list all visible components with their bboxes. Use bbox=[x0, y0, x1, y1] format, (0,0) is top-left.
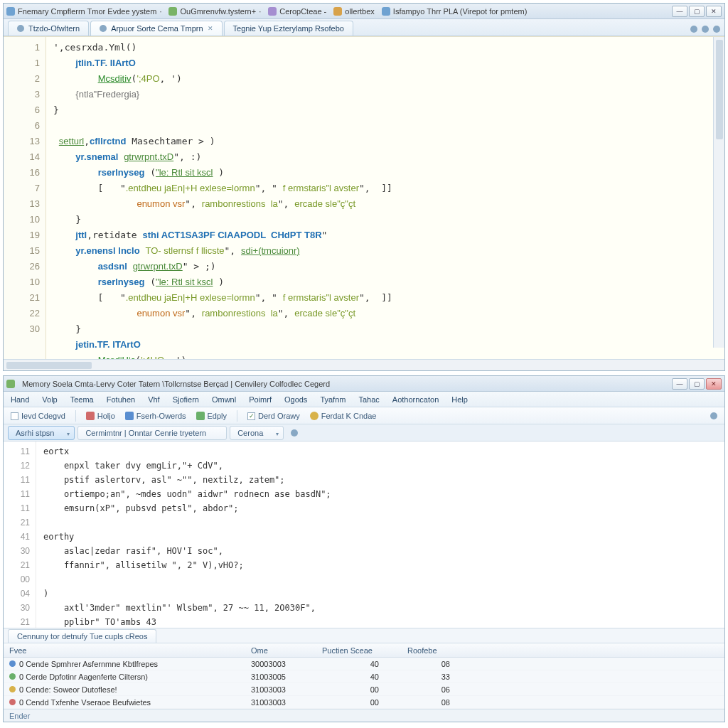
menu-sjofiern[interactable]: Sjofiern bbox=[173, 395, 199, 404]
col-roofebe[interactable]: Roofebe bbox=[407, 646, 471, 655]
title-seg-4: ollertbex bbox=[345, 7, 375, 16]
toolbar: Ievd Cdegvd Holjo Fserh-Owerds Edply Der… bbox=[4, 407, 724, 424]
menu-teema[interactable]: Teema bbox=[70, 395, 94, 404]
menu-aothorncaton[interactable]: Aothorncaton bbox=[392, 395, 439, 404]
row-name: 0 Cende: Soweor Dutoflese! bbox=[19, 685, 117, 694]
tab-file-3[interactable]: Tegnie Yup Ezterylamp Rsofebo bbox=[224, 21, 353, 36]
bottom-panel-tabs: Cennuny tor detnufy Tue cupls cReos bbox=[4, 628, 724, 643]
minimize-button[interactable]: — bbox=[672, 378, 687, 390]
tool-item-d[interactable]: Edply bbox=[196, 412, 228, 420]
maximize-button[interactable]: ▢ bbox=[689, 6, 705, 17]
module-icon bbox=[268, 7, 277, 16]
line-gutter: 111211 111121 413021 000430 212121 s20 bbox=[4, 441, 36, 628]
app-icon bbox=[6, 7, 15, 16]
toolbar-icon[interactable] bbox=[713, 26, 720, 33]
title-seg-2: OuGmrenvfw.tystern+ bbox=[180, 7, 256, 16]
menu-hand[interactable]: Hand bbox=[11, 395, 29, 404]
toolbar-overflow-icon[interactable] bbox=[710, 412, 717, 419]
code-editor-top[interactable]: 112 366 131416 71310 191526 102122 30 ',… bbox=[4, 36, 724, 359]
add-tab-icon[interactable] bbox=[291, 429, 298, 437]
toolbar-icon[interactable] bbox=[702, 26, 709, 33]
table-row[interactable]: 0 Cende: Soweor Dutoflese! 31003003 00 0… bbox=[4, 683, 724, 696]
tab-close-icon[interactable]: ✕ bbox=[208, 25, 213, 32]
tab-file-2-active[interactable]: Arpuor Sorte Cema Tmprn ✕ bbox=[90, 21, 222, 36]
row-name: 0 Cendd Txfenhe Vseraoe Beufwietes bbox=[19, 698, 151, 707]
context-tab-c[interactable]: Cerona▾ bbox=[230, 426, 284, 440]
line-gutter: 112 366 131416 71310 191526 102122 30 bbox=[4, 37, 46, 359]
status-dot-icon bbox=[9, 686, 16, 692]
scrollbar-vertical[interactable] bbox=[713, 37, 724, 348]
editor-window-top: Fnemary Cmpflerrn Tmor Evdee yystem · Ou… bbox=[3, 3, 725, 371]
table-header: Fvee Ome Puctien Sceae Roofebe bbox=[4, 643, 724, 658]
col-ome[interactable]: Ome bbox=[251, 646, 322, 655]
tab-label: Tegnie Yup Ezterylamp Rsofebo bbox=[233, 24, 344, 33]
row-name: 0 Cende Spmhrer Asfernmne Kbtlfrepes bbox=[19, 660, 158, 668]
scrollbar-horizontal[interactable] bbox=[4, 359, 724, 370]
status-dot-icon bbox=[9, 660, 16, 667]
table-row[interactable]: 0 Cerde Dpfotinr Aagenferte Ciltersn) 31… bbox=[4, 670, 724, 683]
chevron-down-icon: ▾ bbox=[67, 431, 70, 437]
titlebar-bottom[interactable]: Memory Soela Cmta-Lervy Coter Tatern \To… bbox=[4, 376, 724, 392]
context-tabbar: Asrhi stpsn▾ Cermimtnr | Onntar Cenrie t… bbox=[4, 424, 724, 441]
editor-window-bottom: Memory Soela Cmta-Lervy Coter Tatern \To… bbox=[3, 375, 725, 722]
table-row[interactable]: 0 Cendd Txfenhe Vseraoe Beufwietes 31003… bbox=[4, 696, 724, 709]
menu-help[interactable]: Help bbox=[451, 395, 468, 404]
row-name: 0 Cerde Dpfotinr Aagenferte Ciltersn) bbox=[19, 673, 148, 681]
col-name[interactable]: Fvee bbox=[9, 646, 251, 655]
menu-poimrf[interactable]: Poimrf bbox=[249, 395, 272, 404]
tool-checkbox-e[interactable]: Derd Orawy bbox=[247, 412, 300, 420]
title-seg-5: Isfampyo Thrr PLA (Virepot for pmtem) bbox=[393, 7, 528, 16]
title-seg-3: CeropCteae - bbox=[279, 7, 326, 16]
panel-tab-active[interactable]: Cennuny tor detnufy Tue cupls cReos bbox=[8, 629, 156, 643]
maximize-button[interactable]: ▢ bbox=[689, 378, 705, 390]
tool-item-c[interactable]: Fserh-Owerds bbox=[125, 412, 186, 420]
menu-tyafnm[interactable]: Tyafnm bbox=[320, 395, 346, 404]
file-icon bbox=[17, 25, 24, 32]
tool-item-b[interactable]: Holjo bbox=[86, 412, 115, 420]
status-dot-icon bbox=[9, 699, 16, 705]
statusbar: Ender bbox=[4, 709, 724, 722]
app-icon bbox=[6, 380, 15, 388]
tool-item-f[interactable]: Ferdat K Cndae bbox=[310, 412, 377, 420]
menu-ogods[interactable]: Ogods bbox=[284, 395, 307, 404]
titlebar-top[interactable]: Fnemary Cmpflerrn Tmor Evdee yystem · Ou… bbox=[4, 4, 724, 19]
menu-fotuhen[interactable]: Fotuhen bbox=[107, 395, 135, 404]
tool-checkbox-a[interactable]: Ievd Cdegvd bbox=[11, 412, 65, 420]
close-button[interactable]: ✕ bbox=[706, 6, 722, 17]
chevron-down-icon: ▾ bbox=[276, 431, 279, 437]
window-controls: — ▢ ✕ bbox=[672, 378, 722, 390]
menu-vhf[interactable]: Vhf bbox=[148, 395, 160, 404]
status-text: Ender bbox=[9, 712, 30, 720]
table-row[interactable]: 0 Cende Spmhrer Asfernmne Kbtlfrepes 300… bbox=[4, 658, 724, 670]
window-title: Memory Soela Cmta-Lervy Coter Tatern \To… bbox=[22, 380, 330, 388]
results-table: Fvee Ome Puctien Sceae Roofebe 0 Cende S… bbox=[4, 643, 724, 709]
tab-label: Arpuor Sorte Cema Tmprn bbox=[111, 24, 203, 33]
toolbar-icon[interactable] bbox=[690, 26, 697, 33]
module-icon bbox=[333, 7, 342, 16]
menu-tahac[interactable]: Tahac bbox=[358, 395, 379, 404]
menubar: Hand Volp Teema Fotuhen Vhf Sjofiern Omw… bbox=[4, 392, 724, 407]
context-tab-b[interactable]: Cermimtnr | Onntar Cenrie tryetern bbox=[77, 426, 227, 440]
tab-file-1[interactable]: Ttzdo-Ofwltern bbox=[8, 21, 89, 36]
menu-omwnl[interactable]: Omwnl bbox=[212, 395, 236, 404]
title-seg-1: Fnemary Cmpflerrn Tmor Evdee yystem bbox=[18, 7, 156, 16]
context-tab-a[interactable]: Asrhi stpsn▾ bbox=[8, 426, 75, 440]
tab-label: Ttzdo-Ofwltern bbox=[28, 24, 80, 33]
code-body[interactable]: ',cesrxda.Yml() jtlin.TF. IIArtO Mcsditi… bbox=[46, 37, 724, 359]
col-scene[interactable]: Puctien Sceae bbox=[322, 646, 407, 655]
module-icon bbox=[382, 7, 390, 16]
file-tabbar: Ttzdo-Ofwltern Arpuor Sorte Cema Tmprn ✕… bbox=[4, 19, 724, 36]
close-button[interactable]: ✕ bbox=[706, 378, 722, 390]
module-icon bbox=[168, 7, 177, 16]
code-body[interactable]: eortx enpxl taker dvy emgLir,"+ CdV", ps… bbox=[36, 441, 724, 628]
file-icon bbox=[100, 25, 107, 32]
window-controls: — ▢ ✕ bbox=[672, 6, 722, 17]
menu-volp[interactable]: Volp bbox=[42, 395, 57, 404]
minimize-button[interactable]: — bbox=[672, 6, 687, 17]
code-editor-bottom[interactable]: 111211 111121 413021 000430 212121 s20 e… bbox=[4, 441, 724, 628]
status-dot-icon bbox=[9, 673, 16, 680]
